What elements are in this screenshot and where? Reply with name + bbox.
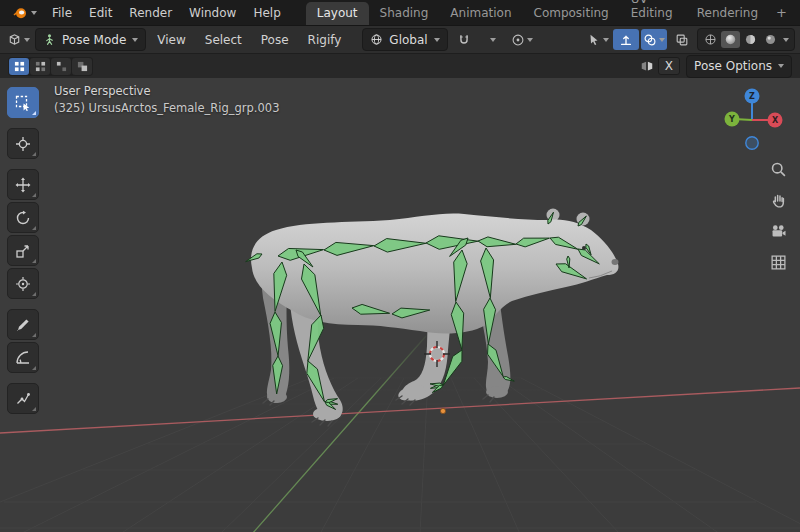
- shading-wireframe-button[interactable]: [701, 31, 720, 48]
- measure-tool[interactable]: [7, 342, 39, 373]
- chevron-down-icon: [490, 38, 496, 42]
- viewport-header: Pose Mode View Select Pose Rigify Global: [0, 25, 800, 53]
- menu-window[interactable]: Window: [181, 3, 244, 23]
- camera-icon: [770, 223, 787, 240]
- hand-icon: [770, 192, 787, 209]
- magnet-icon: [457, 33, 471, 47]
- select-mode-subtract-button[interactable]: [51, 58, 71, 75]
- tool-column: [7, 87, 39, 414]
- transform-orientation-dropdown[interactable]: Global: [362, 28, 447, 51]
- camera-view-button[interactable]: [767, 220, 789, 242]
- mirror-icon: [640, 59, 654, 73]
- rotate-icon: [15, 210, 31, 226]
- proportional-edit-button[interactable]: [509, 29, 535, 50]
- select-new-icon: [14, 61, 25, 72]
- orthographic-toggle-button[interactable]: [767, 251, 789, 273]
- pointer-icon: [587, 33, 601, 47]
- gizmo-axis-z[interactable]: Z: [745, 89, 760, 104]
- pose-options-dropdown[interactable]: Pose Options: [686, 55, 792, 78]
- cursor-tool[interactable]: [7, 128, 39, 159]
- tab-shading[interactable]: Shading: [369, 2, 440, 25]
- select-subtract-icon: [56, 61, 67, 72]
- x-mirror-toggle[interactable]: X: [640, 57, 680, 75]
- topbar: File Edit Render Window Help Layout Shad…: [0, 0, 800, 25]
- horizon-fade: [0, 328, 800, 400]
- breakdowner-tool[interactable]: [7, 383, 39, 414]
- scale-tool[interactable]: [7, 235, 39, 266]
- grid-icon: [770, 254, 787, 271]
- selectability-button[interactable]: [585, 29, 611, 50]
- chevron-down-icon: [132, 38, 138, 42]
- viewport-3d[interactable]: User Perspective (325) UrsusArctos_Femal…: [0, 78, 800, 532]
- menu-file[interactable]: File: [44, 3, 80, 23]
- xray-icon: [675, 33, 689, 47]
- select-box-tool[interactable]: [7, 87, 39, 118]
- menu-view[interactable]: View: [149, 30, 193, 50]
- select-mode-extend-button[interactable]: [30, 58, 50, 75]
- add-workspace-button[interactable]: +: [769, 1, 794, 25]
- pose-options-label: Pose Options: [694, 59, 772, 73]
- menu-render[interactable]: Render: [121, 3, 180, 23]
- annotate-tool[interactable]: [7, 309, 39, 340]
- transform-tool[interactable]: [7, 268, 39, 299]
- annotate-pencil-icon: [15, 317, 31, 333]
- zoom-view-button[interactable]: [767, 158, 789, 180]
- chevron-down-icon: [31, 11, 37, 15]
- xray-toggle-button[interactable]: [669, 29, 695, 50]
- select-extend-icon: [35, 61, 46, 72]
- select-mode-group: [8, 57, 93, 76]
- orientation-label: Global: [389, 33, 427, 47]
- gizmo-axis-x[interactable]: X: [768, 113, 783, 128]
- chevron-down-icon: [659, 38, 665, 42]
- editor-type-button[interactable]: [5, 29, 32, 50]
- shading-solid-button[interactable]: [721, 31, 740, 48]
- floor-grid: [0, 378, 800, 532]
- tab-rendering[interactable]: Rendering: [686, 2, 769, 25]
- select-mode-intersect-button[interactable]: [72, 58, 92, 75]
- select-mode-new-button[interactable]: [9, 58, 29, 75]
- workspace-tabs: Layout Shading Animation Compositing UV …: [306, 0, 794, 25]
- gizmo-axis-neg-z[interactable]: [746, 137, 758, 149]
- menu-edit[interactable]: Edit: [81, 3, 120, 23]
- rotate-tool[interactable]: [7, 202, 39, 233]
- shading-rendered-icon: [764, 33, 777, 46]
- gizmo-axis-y[interactable]: Y: [725, 112, 740, 127]
- breakdowner-icon: [15, 391, 31, 407]
- chevron-down-icon: [783, 38, 789, 42]
- shading-material-icon: [744, 33, 757, 46]
- move-icon: [15, 177, 31, 193]
- move-tool[interactable]: [7, 169, 39, 200]
- cursor-tool-icon: [15, 136, 31, 152]
- svg-text:Z: Z: [749, 92, 755, 101]
- tool-settings-bar: X Pose Options: [0, 53, 800, 78]
- snap-toggle-button[interactable]: [451, 29, 477, 50]
- snap-settings-button[interactable]: [480, 29, 506, 50]
- navigation-gizmo[interactable]: Z X Y: [720, 86, 784, 150]
- menu-rigify[interactable]: Rigify: [300, 30, 350, 50]
- chevron-down-icon: [24, 38, 30, 42]
- transform-icon: [15, 276, 31, 292]
- mode-dropdown[interactable]: Pose Mode: [35, 28, 146, 51]
- shading-material-button[interactable]: [741, 31, 760, 48]
- viewport-canvas[interactable]: [0, 78, 800, 532]
- svg-text:X: X: [772, 116, 779, 125]
- chevron-down-icon: [603, 38, 609, 42]
- menu-select[interactable]: Select: [197, 30, 250, 50]
- tab-layout[interactable]: Layout: [306, 2, 369, 25]
- show-overlays-button[interactable]: [641, 29, 667, 50]
- mode-label: Pose Mode: [62, 33, 126, 47]
- select-box-icon: [15, 95, 31, 111]
- chevron-down-icon: [434, 38, 440, 42]
- shading-rendered-button[interactable]: [761, 31, 780, 48]
- tab-animation[interactable]: Animation: [439, 2, 522, 25]
- shading-solid-icon: [724, 33, 737, 46]
- blender-menu-button[interactable]: [6, 0, 43, 25]
- editor-type-icon: [7, 32, 22, 47]
- tab-compositing[interactable]: Compositing: [523, 2, 620, 25]
- show-gizmo-button[interactable]: [613, 29, 639, 50]
- menu-pose[interactable]: Pose: [253, 30, 297, 50]
- tab-uv-editing[interactable]: UV Editing: [620, 0, 686, 25]
- menu-help[interactable]: Help: [245, 3, 288, 23]
- svg-text:Y: Y: [728, 115, 735, 124]
- pan-view-button[interactable]: [767, 189, 789, 211]
